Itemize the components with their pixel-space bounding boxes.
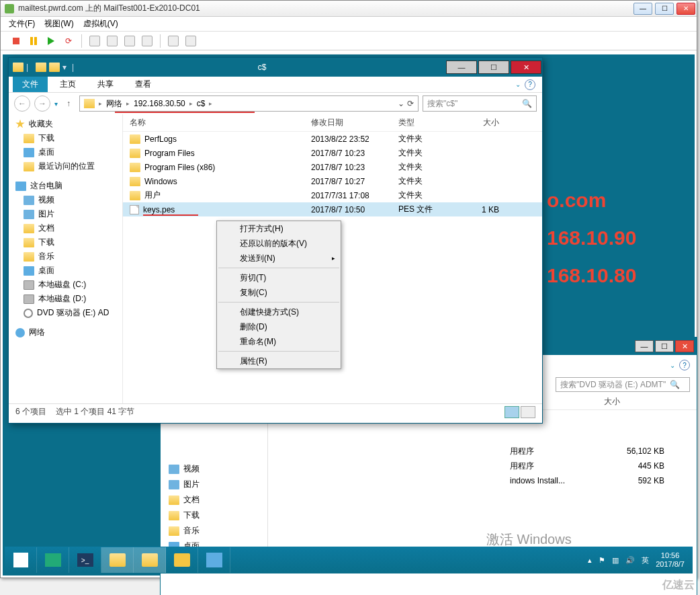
file-row[interactable]: Windows2017/8/7 10:27文件夹: [123, 174, 542, 188]
maximize-button[interactable]: ☐: [655, 340, 674, 352]
nav-item[interactable]: 桌面: [9, 145, 122, 159]
nav-network[interactable]: 网络: [9, 327, 122, 338]
col-size[interactable]: 大小: [604, 396, 678, 407]
restart-button[interactable]: ⟳: [61, 34, 76, 48]
nav-item[interactable]: 图片: [9, 207, 122, 221]
col-size[interactable]: 大小: [459, 117, 513, 128]
search-input[interactable]: 搜索"c$" 🔍: [423, 95, 537, 112]
back-button[interactable]: ←: [14, 95, 30, 112]
nav-item[interactable]: 视频: [9, 193, 122, 207]
nav-item[interactable]: 文档: [9, 221, 122, 235]
task-powershell[interactable]: >_: [69, 547, 101, 573]
crumb-network[interactable]: 网络: [106, 98, 122, 110]
tray-network-icon[interactable]: ▥: [612, 556, 619, 565]
up-button[interactable]: ↑: [62, 97, 75, 110]
col-type[interactable]: 类型: [392, 117, 459, 128]
fullscreen-icon[interactable]: [140, 34, 155, 48]
file-row[interactable]: Program Files (x86)2017/8/7 10:23文件夹: [123, 160, 542, 174]
cd-icon[interactable]: [166, 34, 181, 48]
nav-item[interactable]: 文档: [161, 492, 267, 508]
col-name[interactable]: 名称: [123, 117, 304, 128]
nav-item[interactable]: 图片: [161, 477, 267, 492]
search-input-back[interactable]: 搜索"DVD 驱动器 (E:) ADMT" 🔍: [556, 377, 690, 392]
nav-item[interactable]: 本地磁盘 (C:): [9, 278, 122, 292]
minimize-button[interactable]: —: [633, 3, 652, 15]
refresh-icon[interactable]: ⟳: [407, 99, 414, 108]
tray-up-icon[interactable]: ▴: [588, 556, 592, 565]
tray-flag-icon[interactable]: ⚑: [599, 556, 605, 565]
maximize-button[interactable]: ☐: [478, 61, 509, 74]
close-button[interactable]: ✕: [511, 61, 541, 74]
play-button[interactable]: [44, 34, 58, 48]
tab-share[interactable]: 共享: [88, 77, 123, 92]
crumb-host[interactable]: 192.168.30.50: [134, 99, 185, 108]
tab-home[interactable]: 主页: [50, 77, 85, 92]
menu-file[interactable]: 文件(F): [9, 18, 35, 30]
context-menu-item[interactable]: 打开方式(H): [217, 221, 341, 236]
snapshot-icon[interactable]: [87, 34, 102, 48]
tray-volume-icon[interactable]: 🔊: [625, 556, 635, 565]
tray-clock[interactable]: 10:56 2017/8/7: [656, 551, 685, 569]
chevron-down-icon[interactable]: ⌄: [670, 362, 675, 369]
tray-ime[interactable]: 英: [642, 555, 649, 565]
nav-item[interactable]: 音乐: [161, 523, 267, 539]
col-date[interactable]: 修改日期: [304, 117, 392, 128]
table-row[interactable]: 用程序56,102 KB: [268, 444, 697, 459]
close-button[interactable]: ✕: [675, 340, 694, 352]
minimize-button[interactable]: —: [635, 340, 654, 352]
help-icon[interactable]: ?: [679, 360, 690, 370]
context-menu-item[interactable]: 复制(C): [217, 285, 341, 300]
nav-item[interactable]: 桌面: [9, 264, 122, 278]
nav-item[interactable]: 下载: [9, 235, 122, 249]
nav-item[interactable]: 视频: [161, 461, 267, 477]
tab-view[interactable]: 查看: [126, 77, 161, 92]
pause-button[interactable]: [26, 34, 41, 48]
nav-item[interactable]: 下载: [9, 131, 122, 145]
task-explorer-2[interactable]: [134, 547, 166, 573]
context-menu-item[interactable]: 还原以前的版本(V): [217, 236, 341, 251]
maximize-button[interactable]: ☐: [655, 3, 674, 15]
nav-item[interactable]: 最近访问的位置: [9, 159, 122, 173]
ribbon-expand-icon[interactable]: ⌄: [515, 81, 521, 88]
close-button[interactable]: ✕: [676, 3, 695, 15]
menu-vm[interactable]: 虚拟机(V): [83, 18, 118, 30]
crumb-share[interactable]: c$: [197, 99, 206, 108]
context-menu-item[interactable]: 创建快捷方式(S): [217, 305, 341, 319]
task-drive[interactable]: [166, 547, 198, 573]
help-icon[interactable]: ?: [525, 79, 535, 90]
context-menu-item[interactable]: 属性(R): [217, 354, 341, 368]
table-row[interactable]: 用程序445 KB: [268, 459, 697, 473]
nav-this-pc[interactable]: 这台电脑: [9, 180, 122, 192]
context-menu-item[interactable]: 剪切(T): [217, 270, 341, 285]
breadcrumb[interactable]: ▸ 网络 ▸ 192.168.30.50 ▸ c$ ▸ ⌄⟳: [79, 95, 419, 112]
history-dropdown[interactable]: ▾: [54, 100, 58, 108]
dropdown-icon[interactable]: ⌄: [398, 99, 404, 108]
task-server-manager[interactable]: [37, 547, 69, 573]
tab-file[interactable]: 文件: [13, 77, 48, 92]
nav-favorites[interactable]: 收藏夹: [9, 118, 122, 130]
context-menu-item[interactable]: 删除(D): [217, 319, 341, 334]
floppy-icon[interactable]: [183, 34, 198, 48]
details-view-button[interactable]: [505, 406, 519, 418]
file-row[interactable]: Program Files2017/8/7 10:23文件夹: [123, 146, 542, 160]
icons-view-button[interactable]: [521, 406, 535, 418]
context-menu-item[interactable]: 重命名(M): [217, 334, 341, 349]
context-menu-item[interactable]: 发送到(N): [217, 251, 341, 266]
menu-view[interactable]: 视图(W): [44, 18, 73, 30]
nav-item[interactable]: 本地磁盘 (D:): [9, 292, 122, 306]
qat-dropdown[interactable]: ▾: [62, 63, 69, 72]
table-row[interactable]: indows Install...592 KB: [268, 473, 697, 488]
stop-button[interactable]: [9, 34, 24, 48]
nav-item[interactable]: 下载: [161, 508, 267, 523]
file-row[interactable]: 用户2017/7/31 17:08文件夹: [123, 188, 542, 202]
file-row[interactable]: PerfLogs2013/8/22 23:52文件夹: [123, 132, 542, 146]
manage-snapshot-icon[interactable]: [105, 34, 120, 48]
nav-item[interactable]: 音乐: [9, 249, 122, 264]
revert-icon[interactable]: [122, 34, 137, 48]
task-admt[interactable]: [198, 547, 230, 573]
task-explorer[interactable]: [101, 547, 134, 573]
nav-item[interactable]: DVD 驱动器 (E:) AD: [9, 306, 122, 320]
forward-button[interactable]: →: [34, 95, 50, 112]
minimize-button[interactable]: —: [446, 61, 477, 74]
start-button[interactable]: [5, 547, 37, 573]
